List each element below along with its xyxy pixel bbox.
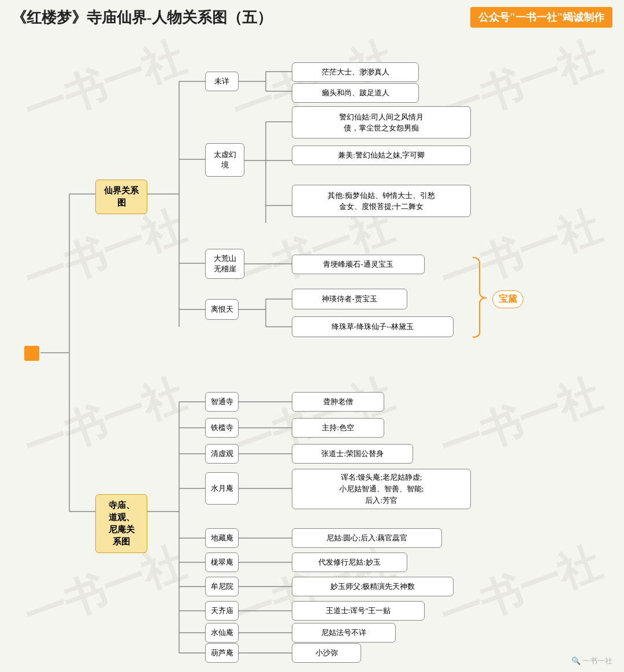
leaf-jinghuan: 警幻仙姑:司人间之风情月债，掌尘世之女怨男痴 [292,106,471,139]
section2-label: 寺庙、道观、尼庵关系图 [95,494,147,553]
branch-dahuang: 大荒山无稽崖 [205,249,244,279]
leaf-fahahao: 尼姑法号不详 [292,623,396,643]
leaf-xiaoshamni: 小沙弥 [292,643,361,663]
publisher-badge: 公众号"一书一社"竭诚制作 [470,7,612,28]
header: 《红楼梦》寺庙仙界-人物关系图（五） 公众号"一书一社"竭诚制作 [0,0,624,32]
leaf-longshou: 聋肿老僧 [292,392,384,412]
branch-shuiyuean: 水月庵 [205,472,239,505]
leaf-miaoyü: 代发修行尼姑:妙玉 [292,552,407,572]
root-node [24,346,39,361]
branch-weixiang: 未详 [205,72,239,91]
footer-watermark: 🔍 一书一社 [571,656,612,666]
leaf-yuanxin: 尼姑:圆心;后入:藕官蕊官 [292,528,442,548]
leaf-shenyingshizhe: 神瑛侍者-贾宝玉 [292,289,407,309]
branch-shuixianan: 水仙庵 [205,623,239,643]
leaf-zhangdaoshi: 张道士:荣国公替身 [292,444,413,464]
page-title: 《红楼梦》寺庙仙界-人物关系图（五） [12,8,272,28]
branch-lihentian: 离恨天 [205,299,239,320]
brace-label: 宝黛 [492,290,523,308]
leaf-jianmei: 兼美:警幻仙姑之妹,字可卿 [292,145,471,165]
leaf-mantou: 诨名:馒头庵;老尼姑静虚;小尼姑智通、智善、智能;后入:芳官 [292,469,471,509]
leaf-qita: 其他:痴梦仙姑、钟情大士、引愁金女、度恨菩提;十二舞女 [292,185,471,217]
leaf-mangmang: 茫茫大士、渺渺真人 [292,62,419,82]
section1-label: 仙界关系图 [95,180,147,214]
leaf-baoyü: 青埂峰顽石-通灵宝玉 [292,255,425,274]
branch-zhitongsi: 智通寺 [205,392,239,412]
leaf-laotou: 癞头和尚、跛足道人 [292,83,419,103]
branch-tianqimiao: 天齐庙 [205,601,239,621]
branch-mouniyan: 牟尼院 [205,577,239,596]
branch-qingxuguan: 清虚观 [205,444,239,464]
branch-tiejiansi: 铁槛寺 [205,418,239,438]
branch-dizangan: 地藏庵 [205,528,239,548]
leaf-miaoyushipu: 妙玉师父:极精演先天神数 [292,577,454,596]
branch-longcuian: 栊翠庵 [205,552,239,572]
leaf-wangdaoshi: 王道士:诨号"王一贴 [292,601,425,621]
branch-huluan: 葫芦庵 [205,643,239,663]
branch-taixu: 太虚幻境 [205,143,244,177]
leaf-sekong: 主持:色空 [292,418,384,438]
leaf-jiangzhucao: 绛珠草-绛珠仙子--林黛玉 [292,316,454,337]
diagram-container: 仙界关系图 未详 茫茫大士、渺渺真人 癞头和尚、跛足道人 太虚幻境 警幻仙姑:司… [0,32,624,672]
